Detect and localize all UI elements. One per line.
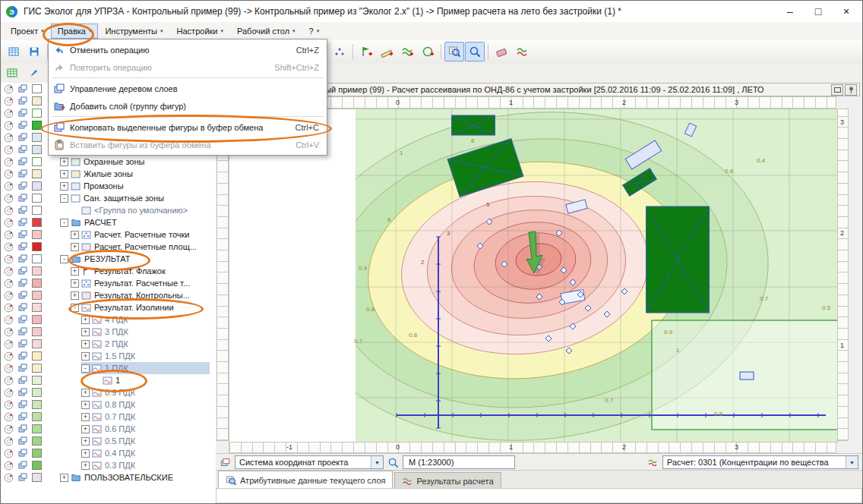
tree-row[interactable]: +Охранные зоны — [1, 156, 216, 168]
layer-color-swatch[interactable] — [32, 230, 42, 239]
edit-menu-item-undo[interactable]: Отменить операциюCtrl+Z — [49, 41, 327, 58]
layer-visibility-icon[interactable] — [3, 206, 14, 216]
tree-row[interactable]: +0.6 ПДК — [1, 423, 216, 435]
layer-visibility-icon[interactable] — [3, 449, 14, 458]
layer-visibility-icon[interactable] — [3, 461, 14, 471]
tree-row[interactable]: -1 ПДК — [1, 362, 216, 374]
layer-visibility-icon[interactable] — [3, 230, 14, 240]
minimize-button[interactable]: – — [779, 3, 801, 20]
expand-icon[interactable]: + — [60, 170, 68, 178]
layer-visibility-icon[interactable] — [3, 364, 14, 373]
layer-color-swatch[interactable] — [32, 169, 42, 178]
menu-edit[interactable]: Правка▾ — [51, 24, 99, 39]
layer-color-swatch[interactable] — [32, 279, 42, 288]
eraser-tool-button[interactable] — [492, 42, 511, 61]
tree-row[interactable]: +Результат. Флажок — [1, 265, 216, 277]
expand-icon[interactable]: + — [81, 425, 90, 433]
tree-row-label[interactable]: Промзоны — [84, 181, 124, 191]
tree-row-label[interactable]: 0.3 ПДК — [105, 461, 135, 470]
tree-row-label[interactable]: 3 ПДК — [105, 327, 128, 336]
attr-table-tool-button[interactable] — [2, 63, 22, 83]
layer-stack-icon[interactable] — [17, 376, 28, 385]
layer-color-swatch[interactable] — [32, 412, 42, 421]
points-tool-button[interactable] — [330, 42, 349, 61]
tree-row[interactable]: +Результат. Расчетные т... — [1, 277, 216, 289]
expand-icon[interactable]: + — [81, 401, 90, 409]
add-isoline-button[interactable] — [397, 42, 417, 61]
layer-visibility-icon[interactable] — [3, 400, 14, 410]
tree-row-label[interactable]: Результат. Флажок — [94, 266, 166, 276]
layer-color-swatch[interactable] — [32, 181, 42, 191]
layer-visibility-icon[interactable] — [3, 303, 14, 313]
tree-row[interactable]: +Промзоны — [1, 180, 216, 192]
tree-row-label[interactable]: 4 ПДК — [105, 315, 128, 324]
tree-row[interactable]: +Расчет. Расчетные точки — [1, 228, 216, 241]
tree-row-label[interactable]: 0.7 ПДК — [105, 412, 135, 421]
layer-visibility-icon[interactable] — [3, 218, 14, 228]
tree-row[interactable]: +1.5 ПДК — [1, 350, 216, 362]
edit-menu-item-paste-figures[interactable]: Вставить фигуры из буфера обменаCtrl+V — [49, 136, 327, 153]
menu-project[interactable]: Проект▾ — [4, 24, 51, 39]
add-point-button[interactable] — [418, 42, 438, 61]
paint-tool-button[interactable] — [24, 63, 43, 83]
collapse-icon[interactable]: - — [60, 194, 68, 203]
layer-visibility-icon[interactable] — [3, 194, 14, 203]
tree-row-label[interactable]: 0.5 ПДК — [105, 436, 135, 446]
tree-row-label[interactable]: Охранные зоны — [84, 157, 144, 166]
tree-row[interactable]: +ПОЛЬЗОВАТЕЛЬСКИЕ — [1, 471, 216, 484]
menu-tools[interactable]: Инструменты▾ — [98, 24, 169, 39]
calc-select[interactable]: Расчет: 0301 (Концентрации по вещества ▼ — [662, 455, 858, 469]
menu-settings[interactable]: Настройки▾ — [170, 24, 230, 39]
layer-visibility-icon[interactable] — [3, 109, 14, 118]
expand-icon[interactable]: + — [71, 291, 79, 300]
layer-visibility-icon[interactable] — [3, 315, 14, 325]
layer-visibility-icon[interactable] — [3, 133, 14, 143]
scale-box[interactable]: М (1:23000) — [403, 455, 515, 469]
layer-stack-icon[interactable] — [17, 84, 28, 93]
tree-row[interactable]: -РАСЧЕТ — [1, 216, 216, 228]
layer-color-swatch[interactable] — [32, 218, 42, 227]
layer-stack-icon[interactable] — [17, 254, 28, 263]
layer-stack-icon[interactable] — [17, 181, 28, 191]
tree-row[interactable]: -Сан. защитные зоны — [1, 192, 216, 204]
layer-color-swatch[interactable] — [32, 157, 42, 166]
expand-icon[interactable]: + — [81, 316, 90, 324]
layer-visibility-icon[interactable] — [3, 279, 14, 288]
layer-stack-icon[interactable] — [17, 266, 28, 276]
tree-row[interactable]: +0.4 ПДК — [1, 447, 216, 459]
layer-color-swatch[interactable] — [32, 461, 42, 470]
layer-stack-icon[interactable] — [17, 109, 28, 118]
layer-stack-icon[interactable] — [17, 242, 28, 251]
layer-color-swatch[interactable] — [32, 291, 42, 300]
layer-stack-icon[interactable] — [17, 473, 28, 482]
edit-menu-item-copy-figures[interactable]: Копировать выделенные фигуры в буфер обм… — [49, 118, 327, 136]
tree-row-label[interactable]: Результат. Изолинии — [94, 303, 174, 312]
expand-icon[interactable]: + — [81, 437, 90, 446]
layer-visibility-icon[interactable] — [3, 473, 14, 483]
tree-row-label[interactable]: Расчет. Расчетные площ... — [94, 242, 197, 251]
building-figure[interactable] — [646, 206, 710, 313]
layer-color-swatch[interactable] — [32, 96, 42, 106]
tree-row[interactable]: +2 ПДК — [1, 338, 216, 350]
tree-row[interactable]: +4 ПДК — [1, 313, 216, 326]
layer-visibility-icon[interactable] — [3, 327, 14, 337]
tree-row-label[interactable]: Жилые зоны — [84, 169, 133, 178]
add-ruler-button[interactable] — [377, 42, 397, 61]
zoom-select-button[interactable] — [465, 42, 485, 61]
expand-icon[interactable]: + — [60, 158, 68, 166]
layer-color-swatch[interactable] — [32, 303, 42, 312]
add-flag-button[interactable] — [356, 42, 376, 61]
save-project-button[interactable] — [24, 42, 44, 61]
layer-color-swatch[interactable] — [32, 206, 42, 215]
expand-icon[interactable]: + — [81, 461, 90, 470]
layer-color-swatch[interactable] — [32, 109, 42, 118]
expand-icon[interactable]: + — [71, 243, 79, 251]
tree-row-label[interactable]: 0.4 ПДК — [105, 449, 135, 458]
tree-row-label[interactable]: Результат. Расчетные т... — [94, 279, 190, 288]
layer-color-swatch[interactable] — [32, 473, 42, 482]
expand-icon[interactable]: + — [81, 449, 90, 458]
chevron-down-icon[interactable]: ▼ — [846, 456, 858, 468]
layer-stack-icon[interactable] — [17, 388, 28, 397]
layer-stack-icon[interactable] — [17, 206, 28, 215]
scale-zoom-icon[interactable] — [387, 457, 399, 468]
